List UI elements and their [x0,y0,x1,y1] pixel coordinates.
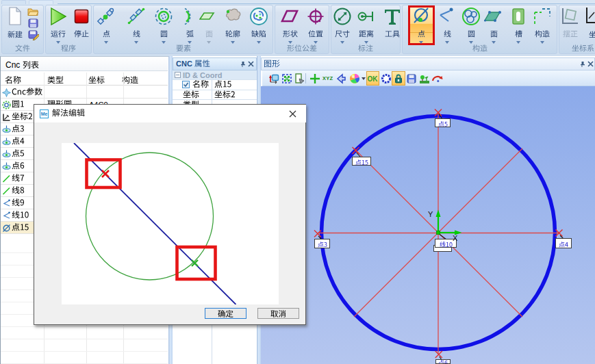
svg-text:OK: OK [368,75,379,83]
